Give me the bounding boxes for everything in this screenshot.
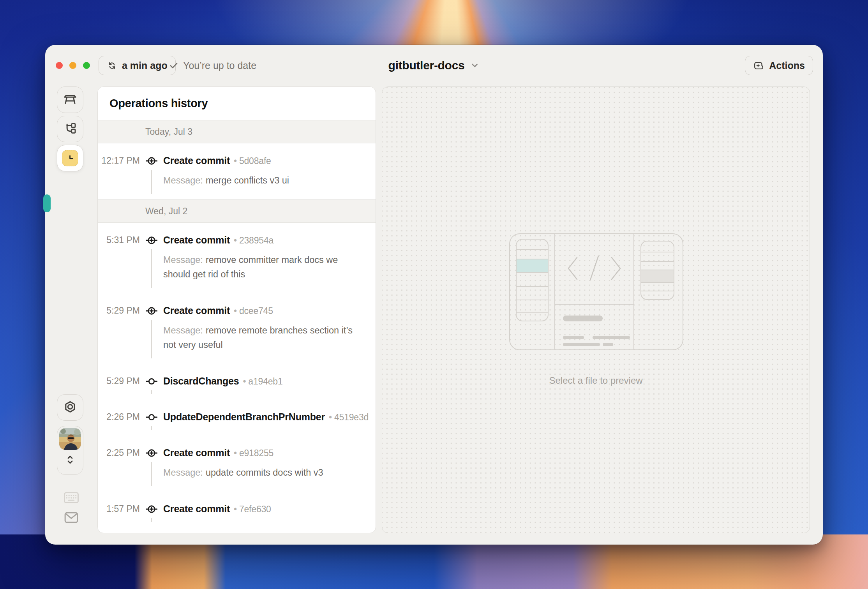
entry-content: Create commit•dcee745 Message:remove rem… bbox=[163, 304, 365, 352]
entry-time: 5:29 PM bbox=[106, 374, 140, 388]
entry-hash: 4519e3d bbox=[334, 412, 369, 422]
entry-content: Create commit•e918255 Message:update com… bbox=[163, 446, 365, 480]
entry-hash: dcee745 bbox=[239, 306, 273, 316]
entry-content: DiscardChanges•a194eb1 bbox=[163, 374, 365, 388]
entry-message: Message:remove remote branches section i… bbox=[163, 323, 358, 352]
entry-title: Create commit bbox=[163, 447, 230, 458]
message-text: update commits docs with v3 bbox=[206, 467, 323, 478]
chevron-down-icon bbox=[469, 60, 480, 71]
commit-plus-icon bbox=[146, 447, 157, 459]
operation-entry[interactable]: 1:57 PM Create commit•7efe630 bbox=[98, 492, 376, 527]
operation-entry[interactable]: 5:31 PM Create commit•238954a Message:re… bbox=[98, 223, 376, 293]
titlebar: a min ago You’re up to date gitbutler-do… bbox=[45, 45, 823, 86]
entry-icon-column bbox=[140, 233, 163, 282]
bullet: • bbox=[234, 156, 237, 166]
bullet: • bbox=[234, 448, 237, 458]
entry-title: Create commit bbox=[163, 155, 230, 166]
sidebar-item-branches[interactable] bbox=[57, 116, 83, 142]
entry-hash: a194eb1 bbox=[248, 376, 282, 386]
code-icon bbox=[568, 256, 620, 280]
commit-plus-icon bbox=[146, 155, 157, 167]
checkmark-icon bbox=[169, 60, 179, 71]
sparkle-actions-icon bbox=[753, 60, 764, 71]
sidebar bbox=[45, 86, 97, 545]
switcher-chevrons-icon bbox=[64, 453, 76, 466]
actions-button-label: Actions bbox=[769, 60, 805, 71]
entry-hash: 238954a bbox=[239, 235, 273, 245]
history-clock-icon bbox=[62, 150, 78, 166]
feedback-button[interactable] bbox=[45, 511, 97, 524]
avatar bbox=[59, 428, 81, 450]
sidebar-item-history[interactable] bbox=[57, 145, 83, 171]
sidebar-item-workspace[interactable] bbox=[57, 86, 83, 113]
entry-time: 5:29 PM bbox=[106, 304, 140, 352]
entry-icon-column bbox=[140, 446, 163, 480]
entry-time: 5:31 PM bbox=[106, 233, 140, 282]
group-entries: 12:17 PM Create commit•5d08afe Message:m… bbox=[98, 143, 376, 199]
operation-entry[interactable]: 12:17 PM Create commit•5d08afe Message:m… bbox=[98, 143, 376, 199]
profile-switcher[interactable] bbox=[57, 426, 83, 475]
entry-message: Message:update commits docs with v3 bbox=[163, 466, 358, 480]
minimize-button[interactable] bbox=[69, 62, 76, 69]
settings-icon bbox=[62, 400, 78, 415]
operation-entry[interactable]: 2:25 PM Create commit•e918255 Message:up… bbox=[98, 436, 376, 492]
traffic-lights bbox=[56, 62, 90, 69]
entry-content: Create commit•7efe630 bbox=[163, 502, 365, 516]
gitbutler-window: a min ago You’re up to date gitbutler-do… bbox=[45, 45, 823, 545]
entry-icon-column bbox=[140, 410, 163, 424]
entry-title: Create commit bbox=[163, 305, 230, 316]
entry-hash: 7efe630 bbox=[239, 504, 271, 514]
entry-time: 2:25 PM bbox=[106, 446, 140, 480]
actions-button[interactable]: Actions bbox=[745, 56, 813, 75]
entry-title: Create commit bbox=[163, 503, 230, 514]
branches-icon bbox=[62, 121, 78, 137]
preview-placeholder-text: Select a file to preview bbox=[382, 375, 810, 386]
project-name: gitbutler-docs bbox=[388, 59, 465, 72]
commit-plus-icon bbox=[146, 235, 157, 246]
connector-line bbox=[151, 426, 152, 430]
operation-entry[interactable]: 2:26 PM UpdateDependentBranchPrNumber•45… bbox=[98, 400, 376, 436]
bullet: • bbox=[234, 306, 237, 316]
entry-content: Create commit•238954a Message:remove com… bbox=[163, 233, 365, 282]
entry-message: Message:merge conflicts v3 ui bbox=[163, 173, 358, 188]
entry-icon-column bbox=[140, 502, 163, 516]
date-header-label: Wed, Jul 2 bbox=[145, 206, 187, 217]
zoom-button[interactable] bbox=[83, 62, 90, 69]
sidebar-item-settings[interactable] bbox=[57, 394, 83, 421]
history-group: Wed, Jul 2 5:31 PM Create commit•238954a… bbox=[98, 199, 376, 527]
bullet: • bbox=[234, 504, 237, 514]
date-header: Today, Jul 3 bbox=[98, 120, 376, 143]
entry-time: 12:17 PM bbox=[102, 154, 140, 188]
date-header: Wed, Jul 2 bbox=[98, 199, 376, 223]
commit-icon bbox=[146, 376, 157, 387]
history-group: Today, Jul 3 12:17 PM Create commit•5d08… bbox=[98, 120, 376, 199]
entry-hash: e918255 bbox=[239, 448, 273, 458]
message-label: Message: bbox=[163, 467, 203, 478]
entry-time: 1:57 PM bbox=[106, 502, 140, 516]
entry-content: UpdateDependentBranchPrNumber•4519e3d bbox=[163, 410, 369, 424]
sync-icon bbox=[107, 60, 117, 71]
bullet: • bbox=[234, 235, 237, 245]
connector-line bbox=[151, 249, 152, 288]
keyboard-shortcuts-button[interactable] bbox=[45, 492, 97, 504]
operation-entry[interactable]: 5:29 PM DiscardChanges•a194eb1 bbox=[98, 364, 376, 400]
project-selector[interactable]: gitbutler-docs bbox=[388, 56, 480, 75]
bullet: • bbox=[243, 376, 246, 386]
connector-line bbox=[151, 518, 152, 522]
workbench-icon bbox=[62, 92, 78, 108]
group-entries: 5:31 PM Create commit•238954a Message:re… bbox=[98, 223, 376, 527]
entry-title: DiscardChanges bbox=[163, 376, 239, 386]
entry-content: Create commit•5d08afe Message:merge conf… bbox=[163, 154, 365, 188]
sync-status[interactable]: You’re up to date bbox=[169, 56, 256, 75]
sync-status-label: You’re up to date bbox=[183, 60, 256, 71]
entry-title: Create commit bbox=[163, 235, 230, 245]
close-button[interactable] bbox=[56, 62, 63, 69]
entry-icon-column bbox=[140, 304, 163, 352]
preview-placeholder-illustration bbox=[509, 233, 683, 352]
sync-button[interactable]: a min ago bbox=[99, 56, 176, 75]
history-list: Today, Jul 3 12:17 PM Create commit•5d08… bbox=[98, 120, 376, 527]
entry-hash: 5d08afe bbox=[239, 156, 271, 166]
commit-plus-icon bbox=[146, 305, 157, 317]
operation-entry[interactable]: 5:29 PM Create commit•dcee745 Message:re… bbox=[98, 293, 376, 364]
message-label: Message: bbox=[163, 325, 203, 335]
